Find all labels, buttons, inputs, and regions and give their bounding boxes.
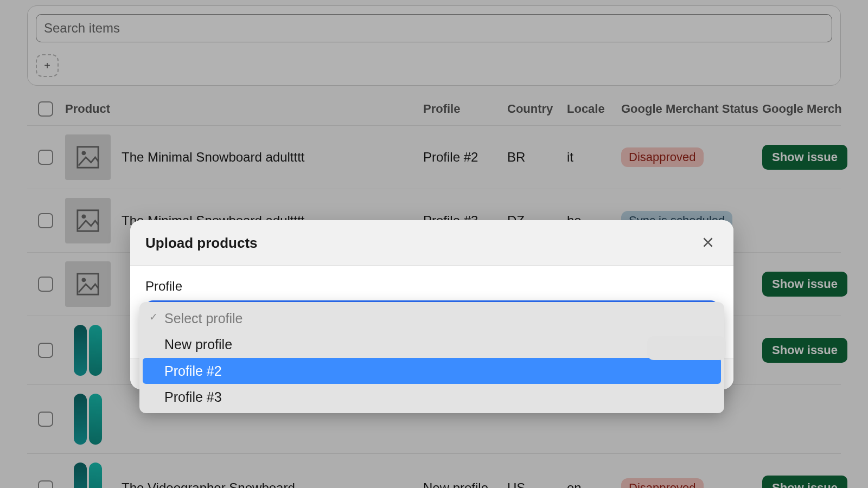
close-icon <box>701 235 715 249</box>
profile-dropdown: Select profileNew profileProfile #2Profi… <box>139 302 724 413</box>
upload-products-modal: Upload products Profile Select profileNe… <box>130 220 733 389</box>
profile-field-label: Profile <box>145 279 718 294</box>
dropdown-option[interactable]: Profile #2 <box>143 358 721 384</box>
modal-header: Upload products <box>130 220 733 266</box>
dropdown-option[interactable]: Profile #3 <box>143 384 721 410</box>
dropdown-option[interactable]: New profile <box>143 331 721 357</box>
modal-title: Upload products <box>145 235 258 252</box>
profile-select[interactable]: Select profileNew profileProfile #2Profi… <box>145 300 718 331</box>
modal-body: Profile Select profileNew profileProfile… <box>130 266 733 358</box>
dropdown-option[interactable]: Select profile <box>143 305 721 331</box>
modal-footer-button-obscured[interactable] <box>647 336 726 360</box>
close-button[interactable] <box>698 232 718 254</box>
